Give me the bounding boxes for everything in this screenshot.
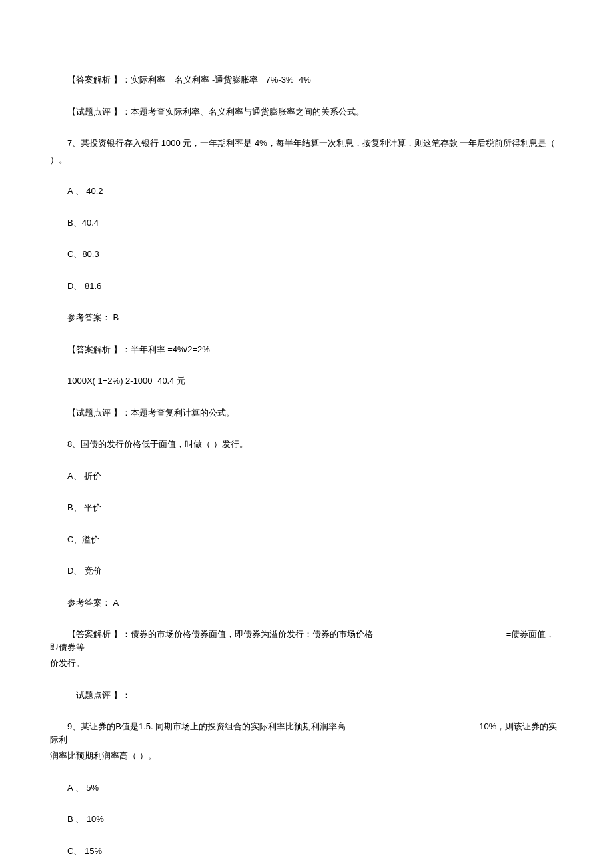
q7-explain-2: 1000X( 1+2%) 2-1000=40.4 元 bbox=[50, 374, 563, 388]
q9-stem-part-a: 9、某证券的B值是1.5. 同期市场上的投资组合的实际利率比预期利润率高 bbox=[67, 721, 346, 731]
q7-option-d: D、 81.6 bbox=[50, 280, 563, 293]
q8-explain-part-a: 【答案解析 】：债券的市场价格债券面值，即债券为溢价发行；债券的市场价格 bbox=[67, 629, 373, 639]
q7-review: 【试题点评 】：本题考查复利计算的公式。 bbox=[50, 406, 563, 420]
q8-option-d: D、 竞价 bbox=[50, 564, 563, 578]
q8-answer: 参考答案： A bbox=[50, 596, 563, 610]
q8-review: 试题点评 】： bbox=[50, 689, 563, 702]
q8-option-b: B、 平价 bbox=[50, 501, 563, 514]
q7-option-b: B、40.4 bbox=[50, 217, 563, 230]
q8-option-a: A、 折价 bbox=[50, 470, 563, 483]
q8-explain-line1: 【答案解析 】：债券的市场价格债券面值，即债券为溢价发行；债券的市场价格=债券面… bbox=[50, 628, 563, 653]
question-9-stem-line2: 润率比预期利润率高（ ）。 bbox=[50, 749, 563, 763]
q7-explain-1: 【答案解析 】：半年利率 =4%/2=2% bbox=[50, 343, 563, 356]
question-7-stem: 7、某投资银行存入银行 1000 元，一年期利率是 4%，每半年结算一次利息，按… bbox=[50, 137, 563, 150]
q9-option-a: A 、 5% bbox=[50, 781, 563, 795]
q7-option-a: A 、 40.2 bbox=[50, 185, 563, 198]
question-7-text: 7、某投资银行存入银行 1000 元，一年期利率是 4%，每半年结算一次利息，按… bbox=[67, 138, 555, 148]
question-review-6: 【试题点评 】：本题考查实际利率、名义利率与通货膨胀率之间的关系公式。 bbox=[50, 105, 563, 119]
q9-option-b: B 、 10% bbox=[50, 813, 563, 826]
question-8-stem: 8、国债的发行价格低于面值，叫做（ ）发行。 bbox=[50, 438, 563, 451]
q9-option-c: C、 15% bbox=[50, 845, 563, 858]
answer-explain-6: 【答案解析 】：实际利率 = 名义利率 -通货膨胀率 =7%-3%=4% bbox=[50, 73, 563, 87]
q8-option-c: C、溢价 bbox=[50, 533, 563, 546]
q7-option-c: C、80.3 bbox=[50, 248, 563, 261]
question-9-stem-line1: 9、某证券的B值是1.5. 同期市场上的投资组合的实际利率比预期利润率高10%，… bbox=[50, 720, 563, 746]
q8-explain-line2: 价发行。 bbox=[50, 657, 563, 670]
q7-answer: 参考答案： B bbox=[50, 311, 563, 324]
question-7-stem-end: ）。 bbox=[50, 153, 563, 167]
